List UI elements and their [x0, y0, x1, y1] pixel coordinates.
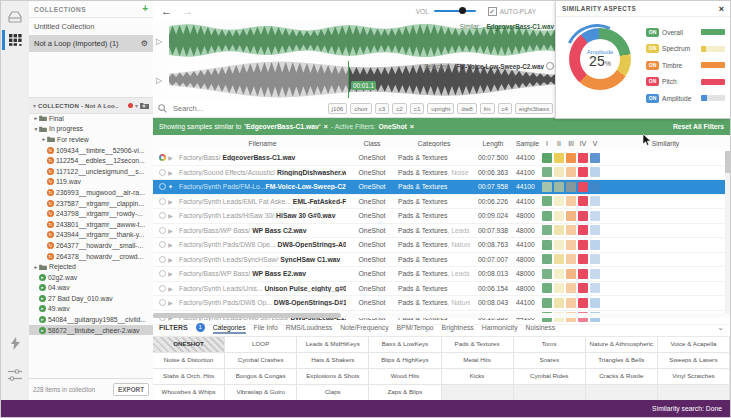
column-aspect-v[interactable]: V: [589, 140, 601, 147]
tag-eight3bass[interactable]: eight3bass: [515, 103, 553, 114]
tag-c2[interactable]: c2: [392, 103, 407, 114]
search-input[interactable]: [171, 103, 324, 114]
category-filter-whooshes-whips[interactable]: Whooshes & Whips: [153, 385, 225, 401]
forward-button[interactable]: →: [182, 5, 193, 17]
record-dot-icon[interactable]: [128, 103, 133, 108]
tree-item-243801-xtrgamr-awww-t[interactable]: ↻243801__xtrgamr__awww-t...: [29, 219, 153, 230]
filter-sliders-icon[interactable]: [1, 363, 29, 387]
now-playing-icon[interactable]: ✦: [168, 183, 173, 191]
column-aspect-iii[interactable]: III: [565, 140, 577, 147]
sample-select-circle[interactable]: [159, 270, 166, 277]
tree-item-237587-xtrgamr-clappin[interactable]: ↻237587__xtrgamr__clappin...: [29, 198, 153, 209]
row-play-icon[interactable]: ▶: [168, 256, 173, 263]
play-similar-icon[interactable]: ▷: [156, 36, 162, 45]
aspect-weight-bar[interactable]: [701, 29, 725, 35]
tree-item-236993-mugwood-air-ra[interactable]: ↻236993__mugwood__air-ra...: [29, 187, 153, 198]
row-play-icon[interactable]: ▶: [168, 154, 173, 161]
tree-item-for-review[interactable]: ▸For review: [29, 134, 153, 145]
tree-item-27-bad-day-010-wav[interactable]: ▸27 Bad Day_010.wav: [29, 293, 153, 304]
sample-select-circle[interactable]: [159, 227, 166, 234]
category-filter-cymbal-crashes[interactable]: Cymbal Crashes: [225, 353, 297, 369]
tree-item-119-wav[interactable]: ↻119.wav: [29, 177, 153, 188]
collection-tree-header[interactable]: ▾ COLLECTION - Not A Loo.. ▾: [29, 97, 153, 114]
table-row[interactable]: ✦ Factory/Synth Pads/FM-Lo...FM-Voice-Lo…: [153, 180, 730, 195]
category-filter-metal-hits[interactable]: Metal Hits: [442, 353, 514, 369]
category-filter-toms[interactable]: Toms: [514, 337, 586, 353]
tree-item-109434-timbre-52906-vl[interactable]: ↻109434__timbre__52906-vl...: [29, 145, 153, 156]
table-row[interactable]: ▶ Factory/Bass/ EdgeoverBass-C1.wav OneS…: [153, 151, 730, 166]
category-filter-sweeps-lasers[interactable]: Sweeps & Lasers: [658, 353, 730, 369]
category-filter-blips-highkeys[interactable]: Blips & HighKeys: [369, 353, 441, 369]
aspect-weight-bar[interactable]: [701, 95, 725, 101]
tree-item-264378-howardv-crowd[interactable]: ↻264378__howardv__crowd...: [29, 251, 153, 262]
sample-select-circle[interactable]: [159, 183, 166, 190]
tree-item-02g2-wav[interactable]: ▸02g2.wav: [29, 272, 153, 283]
tree-item-243798-xtrgamr-rowdy[interactable]: ↻243798__xtrgamr__rowdy-...: [29, 208, 153, 219]
close-panel-icon[interactable]: ×: [719, 4, 724, 14]
collection-item-not-a-loop-imported-1[interactable]: Not a Loop (Imported) (1) ⚙: [29, 35, 153, 52]
row-play-icon[interactable]: ▶: [168, 212, 173, 219]
row-play-icon[interactable]: ▶: [168, 198, 173, 205]
category-filter-bongos-congas[interactable]: Bongos & Congas: [225, 369, 297, 385]
category-filter-stabs-orch-hits[interactable]: Stabs & Orch. Hits: [153, 369, 225, 385]
drive-icon[interactable]: [1, 5, 29, 29]
tag-dw8[interactable]: dw8: [457, 103, 476, 114]
category-filter-loop[interactable]: LOOP: [225, 337, 297, 353]
column-filename[interactable]: Filename: [179, 140, 346, 147]
tag-c3[interactable]: c3: [375, 103, 390, 114]
table-row[interactable]: ▶ Factory/Synth Leads/SyncHSaw/ SyncHSaw…: [153, 253, 730, 268]
row-play-icon[interactable]: ▶: [168, 299, 173, 306]
clear-filter-icon[interactable]: ×: [410, 122, 414, 131]
tree-item-243944-xtrgamr-thank-y[interactable]: ↻243944__xtrgamr__thank-y...: [29, 230, 153, 241]
tag-upright[interactable]: upright: [427, 103, 454, 114]
vertical-scrollbar[interactable]: [725, 151, 730, 313]
sample-select-circle[interactable]: [159, 285, 166, 292]
tag-c4[interactable]: c4: [498, 103, 513, 114]
reference-sample-icon[interactable]: [159, 154, 166, 161]
add-collection-button[interactable]: +: [142, 4, 148, 14]
aspect-toggle-amplitude[interactable]: ON: [646, 94, 659, 103]
aspect-weight-bar[interactable]: [701, 62, 725, 68]
table-row[interactable]: ▶ Factory/Bass/WP Bass/ WP Bass C2.wav O…: [153, 224, 730, 239]
tree-item-49-wav[interactable]: ▸49.wav: [29, 304, 153, 315]
column-aspect-ii[interactable]: II: [553, 140, 565, 147]
tree-item-264377-howardv-small[interactable]: ↻264377__howardv__small-...: [29, 240, 153, 251]
playhead-line[interactable]: [348, 61, 349, 98]
aspect-toggle-overall[interactable]: ON: [646, 28, 659, 37]
table-row[interactable]: ▶ Factory/Synth Leads/Unis... Unison Pul…: [153, 282, 730, 297]
sample-select-circle[interactable]: [159, 241, 166, 248]
category-filter-bass-lowkeys[interactable]: Bass & LowKeys: [369, 337, 441, 353]
back-button[interactable]: ←: [161, 5, 172, 17]
reference-circle-icon[interactable]: [546, 62, 554, 70]
add-folder-icon[interactable]: [140, 102, 149, 109]
aspect-weight-bar[interactable]: [701, 79, 725, 85]
row-play-icon[interactable]: ▶: [168, 285, 173, 292]
column-aspect-i[interactable]: I: [541, 140, 553, 147]
filter-tab-noisiness[interactable]: Noisiness: [526, 321, 555, 334]
volume-slider[interactable]: [434, 10, 476, 12]
gear-icon[interactable]: ⚙: [141, 35, 148, 52]
chevron-down-icon[interactable]: ▾: [135, 102, 138, 109]
autoplay-checkbox[interactable]: ✓: [488, 7, 497, 16]
category-filter-nature-athmospheric[interactable]: Nature & Athmospheric: [586, 337, 658, 353]
tag-choir[interactable]: choir: [350, 103, 371, 114]
category-filter-oneshot[interactable]: ONESHOT: [153, 337, 225, 353]
table-row[interactable]: ▶ Factory/Bass/WP Bass/ WP Bass E2.wav O…: [153, 267, 730, 282]
tree-item-58672-tintube-cheer-2-wav[interactable]: ▸58672__tintube__cheer-2.wav: [29, 325, 153, 336]
category-filter-triangles-bells[interactable]: Triangles & Bells: [586, 353, 658, 369]
selected-waveform[interactable]: ▷ 00:01.1 Selected: FM-Voice-Low-Sweep-C…: [153, 60, 558, 100]
category-filter-vibraslap-guiro[interactable]: Vibraslap & Guiro: [225, 385, 297, 401]
aspect-toggle-pitch[interactable]: ON: [646, 77, 659, 86]
sample-select-circle[interactable]: [159, 169, 166, 176]
filter-tab-harmonicity[interactable]: Harmonicity: [482, 321, 518, 334]
filter-tab-categories[interactable]: Categories: [213, 321, 246, 334]
table-row[interactable]: ▶ Factory/Sound Effects/Acoustic/ Ringin…: [153, 166, 730, 181]
row-play-icon[interactable]: ▶: [168, 241, 173, 248]
table-row[interactable]: ▶ Factory/Synth Pads/DW8 Ope... DW8-Open…: [153, 238, 730, 253]
sample-browser-icon[interactable]: [1, 28, 29, 52]
clear-similarity-icon[interactable]: ×: [324, 122, 328, 131]
sample-select-circle[interactable]: [159, 299, 166, 306]
column-sample-rate[interactable]: Sample ra: [516, 140, 541, 147]
flash-icon[interactable]: [1, 331, 29, 355]
tree-item-54084-guitarguy1985-civild[interactable]: ▸54084__guitarguy1985__civild...: [29, 314, 153, 325]
